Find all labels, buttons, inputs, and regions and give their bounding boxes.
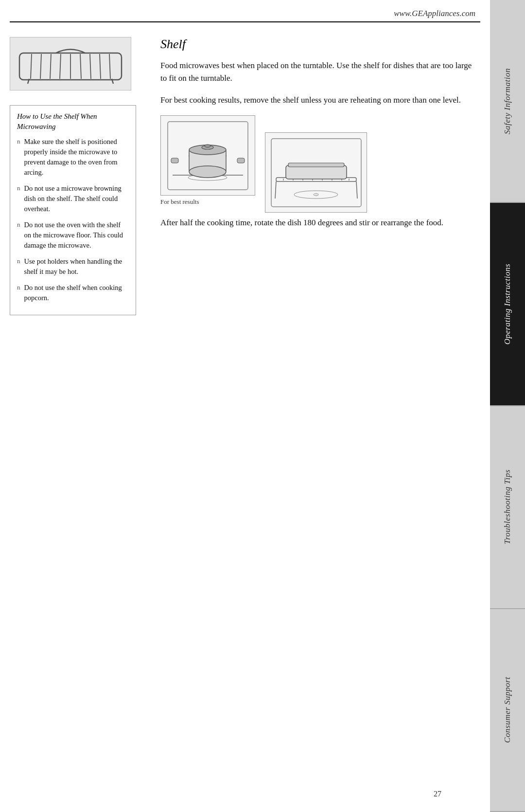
dish-svg — [269, 136, 364, 209]
svg-rect-22 — [237, 158, 245, 163]
instruction-text-2: Do not use a microwave browning dish on … — [24, 183, 129, 214]
svg-line-4 — [60, 54, 61, 79]
svg-line-9 — [109, 54, 110, 79]
svg-rect-21 — [171, 158, 178, 163]
sidebar-consumer-label: Consumer Support — [503, 677, 512, 743]
bullet-2: n — [17, 184, 20, 214]
url-bar: www.GEAppliances.com — [0, 0, 490, 21]
instruction-text-4: Use pot holders when handling the shelf … — [24, 256, 129, 277]
paragraph-1: Food microwaves best when placed on the … — [160, 59, 475, 85]
svg-point-17 — [189, 166, 226, 178]
paragraph-3: After half the cooking time, rotate the … — [160, 217, 475, 229]
sidebar-operating-label: Operating Instructions — [503, 264, 512, 344]
diagram-pot — [160, 115, 255, 196]
section-title: Shelf — [160, 37, 475, 52]
diagram-caption: For best results — [160, 198, 199, 206]
svg-line-6 — [80, 54, 81, 79]
bullet-5: n — [17, 283, 20, 303]
svg-line-33 — [275, 181, 276, 198]
content-body: How to Use the Shelf When Microwaving n … — [0, 22, 490, 315]
instruction-text-1: Make sure the shelf is positioned proper… — [24, 137, 129, 178]
svg-line-2 — [40, 54, 41, 79]
instruction-text-3: Do not use the oven with the shelf on th… — [24, 220, 129, 251]
sidebar-troubleshooting[interactable]: Troubleshooting Tips — [490, 406, 525, 609]
main-content: www.GEAppliances.com — [0, 0, 490, 812]
instructions-box: How to Use the Shelf When Microwaving n … — [10, 105, 136, 315]
svg-line-1 — [31, 54, 32, 79]
sidebar-troubleshooting-label: Troubleshooting Tips — [503, 469, 512, 544]
sidebar-safety[interactable]: Safety Information — [490, 0, 525, 203]
url-text: www.GEAppliances.com — [394, 9, 475, 18]
svg-point-38 — [314, 194, 318, 196]
shelf-image-box — [10, 37, 131, 90]
svg-point-37 — [294, 191, 338, 198]
sidebar-safety-label: Safety Information — [503, 68, 512, 134]
sidebar-consumer[interactable]: Consumer Support — [490, 609, 525, 812]
left-column: How to Use the Shelf When Microwaving n … — [10, 37, 151, 315]
svg-line-34 — [356, 181, 357, 198]
bullet-4: n — [17, 257, 20, 277]
svg-point-20 — [205, 144, 210, 147]
instructions-title: How to Use the Shelf When Microwaving — [17, 111, 129, 132]
sidebar-operating[interactable]: Operating Instructions — [490, 203, 525, 406]
svg-rect-36 — [288, 163, 344, 167]
svg-line-7 — [90, 54, 91, 79]
diagram-dish — [265, 132, 367, 213]
diagrams-row: For best results — [160, 115, 475, 213]
svg-line-8 — [100, 54, 101, 79]
bullet-3: n — [17, 220, 20, 251]
instruction-item-4: n Use pot holders when handling the shel… — [17, 256, 129, 277]
right-column: Shelf Food microwaves best when placed o… — [151, 37, 475, 315]
svg-rect-35 — [286, 165, 347, 179]
svg-line-3 — [50, 54, 51, 79]
bullet-1: n — [17, 137, 20, 178]
pot-svg — [165, 119, 250, 192]
shelf-illustration — [17, 43, 124, 85]
instruction-item-3: n Do not use the oven with the shelf on … — [17, 220, 129, 251]
instruction-item-5: n Do not use the shelf when cooking popc… — [17, 283, 129, 303]
instruction-item-2: n Do not use a microwave browning dish o… — [17, 183, 129, 214]
paragraph-2: For best cooking results, remove the she… — [160, 94, 475, 107]
instruction-item-1: n Make sure the shelf is positioned prop… — [17, 137, 129, 178]
instruction-text-5: Do not use the shelf when cooking popcor… — [24, 283, 129, 303]
right-sidebar: Safety Information Operating Instruction… — [490, 0, 525, 812]
page-number: 27 — [434, 790, 441, 798]
